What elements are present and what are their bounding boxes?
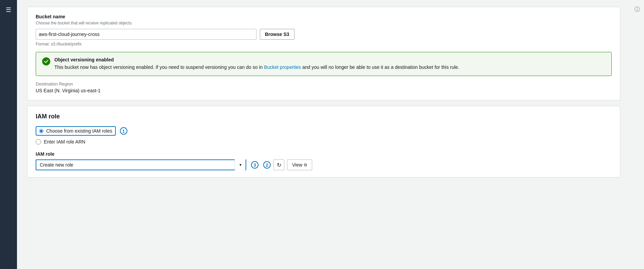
radio-choose-existing-label: Choose from existing IAM roles [46, 128, 112, 134]
step-badge-1: 1 [120, 127, 127, 135]
radio-enter-arn-input[interactable] [36, 139, 41, 145]
radio-enter-arn[interactable]: Enter IAM role ARN [36, 139, 85, 145]
sidebar: ☰ [0, 0, 17, 269]
refresh-button[interactable]: ↻ [273, 159, 284, 170]
view-button-label: View [292, 162, 302, 168]
success-icon [42, 57, 50, 65]
versioning-banner-content: Object versioning enabled This bucket no… [54, 57, 459, 71]
refresh-icon: ↻ [277, 162, 281, 168]
external-link-icon: ⧉ [304, 162, 307, 167]
banner-text-after: and you will no longer be able to use it… [301, 64, 459, 70]
iam-role-row: ▾ 3 2 ↻ View ⧉ [36, 159, 612, 170]
iam-radio-group: Choose from existing IAM roles 1 Enter I… [36, 126, 612, 145]
bucket-name-label: Bucket name [36, 14, 612, 19]
versioning-banner-title: Object versioning enabled [54, 57, 459, 62]
format-hint: Format: s3://bucket/prefix [36, 42, 612, 46]
view-button[interactable]: View ⧉ [287, 159, 312, 170]
right-panel: ⓘ [630, 0, 644, 269]
radio-enter-arn-label: Enter IAM role ARN [44, 139, 85, 145]
bucket-properties-link[interactable]: Bucket properties [264, 64, 301, 70]
iam-role-section-title: IAM role [36, 113, 612, 120]
dropdown-arrow-icon: ▾ [239, 162, 242, 167]
main-content: Bucket name Choose the bucket that will … [17, 0, 630, 269]
versioning-banner-text: This bucket now has object versioning en… [54, 64, 459, 71]
bucket-name-card: Bucket name Choose the bucket that will … [27, 7, 620, 100]
bucket-name-input[interactable] [36, 29, 256, 40]
destination-region-value: US East (N. Virginia) us-east-1 [36, 88, 612, 93]
iam-role-field-label: IAM role [36, 151, 612, 157]
bucket-name-description: Choose the bucket that will receive repl… [36, 21, 612, 25]
destination-region-label: Destination Region [36, 81, 612, 87]
menu-icon[interactable]: ☰ [6, 6, 11, 14]
banner-text-before: This bucket now has object versioning en… [54, 64, 264, 70]
radio-choose-existing[interactable]: Choose from existing IAM roles [36, 126, 116, 136]
versioning-success-banner: Object versioning enabled This bucket no… [36, 52, 612, 76]
iam-role-dropdown-button[interactable]: ▾ [235, 159, 246, 170]
step-badge-2: 2 [263, 161, 271, 169]
iam-role-input[interactable] [36, 160, 235, 170]
iam-role-card: IAM role Choose from existing IAM roles … [27, 106, 620, 177]
info-icon[interactable]: ⓘ [634, 6, 640, 13]
browse-s3-button[interactable]: Browse S3 [260, 29, 294, 40]
iam-role-input-wrapper: ▾ [36, 159, 246, 170]
step-badge-3: 3 [251, 161, 258, 169]
radio-choose-existing-input[interactable] [39, 129, 43, 133]
